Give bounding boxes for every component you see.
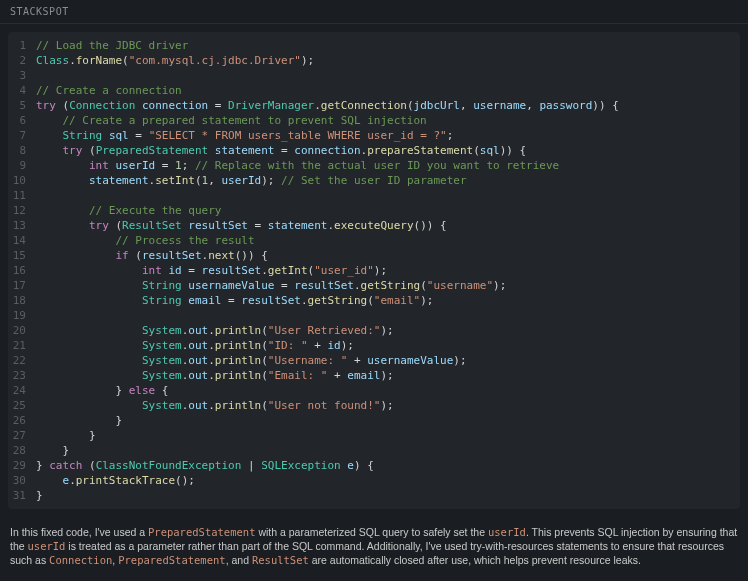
code-line: 4// Create a connection (8, 83, 740, 98)
code-line: 25 System.out.println("User not found!")… (8, 398, 740, 413)
line-content: String usernameValue = resultSet.getStri… (36, 278, 740, 293)
code-line: 16 int id = resultSet.getInt("user_id"); (8, 263, 740, 278)
app-header: STACKSPOT (0, 0, 748, 24)
code-line: 29} catch (ClassNotFoundException | SQLE… (8, 458, 740, 473)
line-content: statement.setInt(1, userId); // Set the … (36, 173, 740, 188)
code-line: 8 try (PreparedStatement statement = con… (8, 143, 740, 158)
inline-code: ResultSet (252, 554, 309, 566)
line-number: 12 (8, 203, 36, 218)
inline-code: PreparedStatement (118, 554, 225, 566)
code-line: 3 (8, 68, 740, 83)
line-number: 1 (8, 38, 36, 53)
code-block[interactable]: 1// Load the JDBC driver2Class.forName("… (8, 32, 740, 509)
line-number: 5 (8, 98, 36, 113)
line-content: try (PreparedStatement statement = conne… (36, 143, 740, 158)
code-line: 22 System.out.println("Username: " + use… (8, 353, 740, 368)
code-line: 20 System.out.println("User Retrieved:")… (8, 323, 740, 338)
code-line: 19 (8, 308, 740, 323)
line-number: 19 (8, 308, 36, 323)
line-content: } catch (ClassNotFoundException | SQLExc… (36, 458, 740, 473)
line-number: 28 (8, 443, 36, 458)
line-number: 22 (8, 353, 36, 368)
code-line: 21 System.out.println("ID: " + id); (8, 338, 740, 353)
line-number: 25 (8, 398, 36, 413)
line-number: 21 (8, 338, 36, 353)
line-number: 2 (8, 53, 36, 68)
description-text: , and (226, 554, 252, 566)
line-content: System.out.println("ID: " + id); (36, 338, 740, 353)
code-line: 27 } (8, 428, 740, 443)
code-line: 28 } (8, 443, 740, 458)
line-number: 8 (8, 143, 36, 158)
line-number: 3 (8, 68, 36, 83)
line-number: 9 (8, 158, 36, 173)
line-number: 20 (8, 323, 36, 338)
line-content: // Create a connection (36, 83, 740, 98)
code-line: 15 if (resultSet.next()) { (8, 248, 740, 263)
code-line: 13 try (ResultSet resultSet = statement.… (8, 218, 740, 233)
code-line: 26 } (8, 413, 740, 428)
line-content: // Execute the query (36, 203, 740, 218)
code-line: 9 int userId = 1; // Replace with the ac… (8, 158, 740, 173)
code-line: 7 String sql = "SELECT * FROM users_tabl… (8, 128, 740, 143)
code-line: 14 // Process the result (8, 233, 740, 248)
inline-code: userId (488, 526, 526, 538)
code-line: 5try (Connection connection = DriverMana… (8, 98, 740, 113)
line-number: 18 (8, 293, 36, 308)
code-line: 11 (8, 188, 740, 203)
line-number: 10 (8, 173, 36, 188)
line-number: 14 (8, 233, 36, 248)
line-content: // Load the JDBC driver (36, 38, 740, 53)
line-number: 6 (8, 113, 36, 128)
code-line: 31} (8, 488, 740, 503)
code-line: 2Class.forName("com.mysql.cj.jdbc.Driver… (8, 53, 740, 68)
line-content: } (36, 428, 740, 443)
line-content: int id = resultSet.getInt("user_id"); (36, 263, 740, 278)
line-number: 29 (8, 458, 36, 473)
line-number: 27 (8, 428, 36, 443)
line-number: 30 (8, 473, 36, 488)
description-text: with a parameterized SQL query to safely… (255, 526, 487, 538)
code-line: 18 String email = resultSet.getString("e… (8, 293, 740, 308)
line-number: 7 (8, 128, 36, 143)
line-number: 11 (8, 188, 36, 203)
line-content: String email = resultSet.getString("emai… (36, 293, 740, 308)
line-number: 31 (8, 488, 36, 503)
code-line: 24 } else { (8, 383, 740, 398)
line-content: } (36, 413, 740, 428)
line-content (36, 188, 740, 203)
inline-code: userId (28, 540, 66, 552)
code-line: 23 System.out.println("Email: " + email)… (8, 368, 740, 383)
line-content (36, 308, 740, 323)
line-content: } (36, 443, 740, 458)
line-content: } (36, 488, 740, 503)
line-number: 24 (8, 383, 36, 398)
line-content: try (ResultSet resultSet = statement.exe… (36, 218, 740, 233)
line-number: 17 (8, 278, 36, 293)
code-line: 1// Load the JDBC driver (8, 38, 740, 53)
line-content: String sql = "SELECT * FROM users_table … (36, 128, 740, 143)
line-content: Class.forName("com.mysql.cj.jdbc.Driver"… (36, 53, 740, 68)
line-content: } else { (36, 383, 740, 398)
line-content: e.printStackTrace(); (36, 473, 740, 488)
line-content: // Create a prepared statement to preven… (36, 113, 740, 128)
code-line: 6 // Create a prepared statement to prev… (8, 113, 740, 128)
line-content: System.out.println("User not found!"); (36, 398, 740, 413)
line-content: System.out.println("Username: " + userna… (36, 353, 740, 368)
line-content (36, 68, 740, 83)
line-number: 16 (8, 263, 36, 278)
line-content: if (resultSet.next()) { (36, 248, 740, 263)
description-text: In this fixed code, I've used a (10, 526, 148, 538)
line-number: 13 (8, 218, 36, 233)
line-content: System.out.println("Email: " + email); (36, 368, 740, 383)
inline-code: PreparedStatement (148, 526, 255, 538)
line-number: 26 (8, 413, 36, 428)
code-line: 17 String usernameValue = resultSet.getS… (8, 278, 740, 293)
line-content: // Process the result (36, 233, 740, 248)
code-line: 30 e.printStackTrace(); (8, 473, 740, 488)
line-number: 15 (8, 248, 36, 263)
line-content: try (Connection connection = DriverManag… (36, 98, 740, 113)
code-line: 10 statement.setInt(1, userId); // Set t… (8, 173, 740, 188)
inline-code: Connection (49, 554, 112, 566)
explanation-text: In this fixed code, I've used a Prepared… (0, 517, 748, 575)
